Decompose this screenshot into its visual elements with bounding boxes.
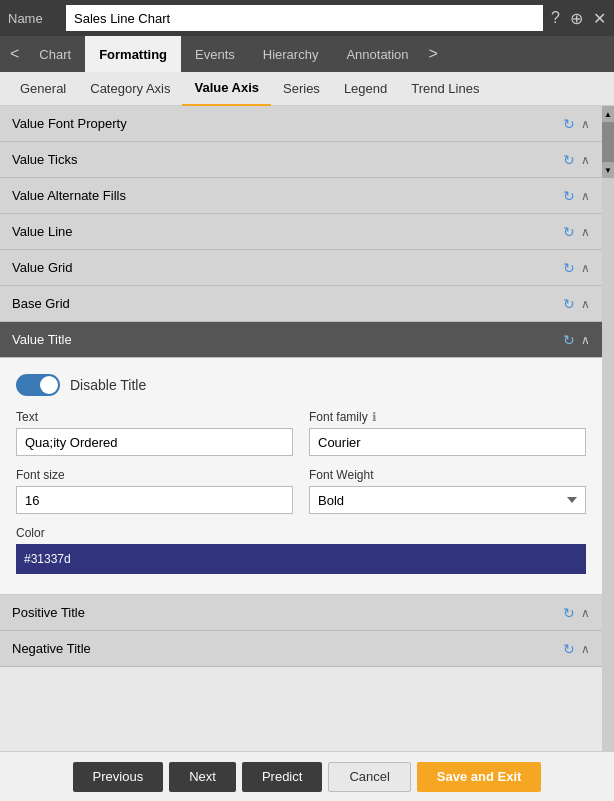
subtab-legend[interactable]: Legend [332,72,399,106]
color-value: #31337d [24,552,71,566]
subtab-trend-lines[interactable]: Trend Lines [399,72,491,106]
refresh-icon-0[interactable]: ↻ [563,116,575,132]
subtab-series[interactable]: Series [271,72,332,106]
predict-button[interactable]: Predict [242,762,322,792]
refresh-icon-3[interactable]: ↻ [563,224,575,240]
text-label: Text [16,410,293,424]
main-tab-nav: < Chart Formatting Events Hierarchy Anno… [0,36,614,72]
fontsize-fontweight-row: Font size Font Weight Normal Bold Bolder… [16,468,586,514]
disable-title-toggle[interactable] [16,374,60,396]
chart-title-input[interactable] [66,5,543,31]
font-weight-select[interactable]: Normal Bold Bolder Lighter [309,486,586,514]
chevron-icon-4[interactable]: ∧ [581,261,590,275]
font-family-group: Font family ℹ [309,410,586,456]
refresh-icon-1[interactable]: ↻ [563,152,575,168]
font-size-input[interactable] [16,486,293,514]
refresh-icon-2[interactable]: ↻ [563,188,575,204]
main-content: Value Font Property ↻ ∧ Value Ticks ↻ ∧ … [0,106,614,751]
color-swatch[interactable]: #31337d [16,544,586,574]
chevron-icon-3[interactable]: ∧ [581,225,590,239]
save-exit-button[interactable]: Save and Exit [417,762,542,792]
tab-formatting[interactable]: Formatting [85,36,181,72]
subtab-general[interactable]: General [8,72,78,106]
subtab-value-axis[interactable]: Value Axis [182,72,271,106]
chevron-icon-6[interactable]: ∧ [581,333,590,347]
section-value-font-property[interactable]: Value Font Property ↻ ∧ [0,106,602,142]
sub-tabs: General Category Axis Value Axis Series … [0,72,614,106]
tab-chart[interactable]: Chart [25,36,85,72]
section-negative-title[interactable]: Negative Title ↻ ∧ [0,631,602,667]
section-value-line[interactable]: Value Line ↻ ∧ [0,214,602,250]
color-group: Color #31337d [16,526,586,574]
scrollbar[interactable]: ▲ ▼ [602,106,614,751]
refresh-icon-4[interactable]: ↻ [563,260,575,276]
tab-hierarchy[interactable]: Hierarchy [249,36,333,72]
section-value-alternate-fills[interactable]: Value Alternate Fills ↻ ∧ [0,178,602,214]
chevron-icon-0[interactable]: ∧ [581,117,590,131]
font-weight-group: Font Weight Normal Bold Bolder Lighter [309,468,586,514]
footer: Previous Next Predict Cancel Save and Ex… [0,751,614,801]
section-value-grid[interactable]: Value Grid ↻ ∧ [0,250,602,286]
scrollbar-down[interactable]: ▼ [602,162,614,178]
tab-nav-left-arrow[interactable]: < [4,45,25,63]
tab-nav-right-arrow[interactable]: > [423,45,444,63]
font-weight-label: Font Weight [309,468,586,482]
title-icons: ? ⊕ ✕ [551,9,606,28]
name-label: Name [8,11,58,26]
refresh-icon-6[interactable]: ↻ [563,332,575,348]
text-group: Text [16,410,293,456]
section-value-title[interactable]: Value Title ↻ ∧ [0,322,602,358]
chevron-icon-1[interactable]: ∧ [581,153,590,167]
scroll-area[interactable]: Value Font Property ↻ ∧ Value Ticks ↻ ∧ … [0,106,602,751]
scrollbar-up[interactable]: ▲ [602,106,614,122]
section-positive-title[interactable]: Positive Title ↻ ∧ [0,595,602,631]
help-icon[interactable]: ? [551,9,560,28]
chevron-icon-7[interactable]: ∧ [581,606,590,620]
chevron-icon-8[interactable]: ∧ [581,642,590,656]
chevron-icon-5[interactable]: ∧ [581,297,590,311]
info-icon: ℹ [372,410,377,424]
text-input[interactable] [16,428,293,456]
font-family-input[interactable] [309,428,586,456]
tab-annotation[interactable]: Annotation [332,36,422,72]
close-icon[interactable]: ✕ [593,9,606,28]
tab-events[interactable]: Events [181,36,249,72]
subtab-category-axis[interactable]: Category Axis [78,72,182,106]
refresh-icon-7[interactable]: ↻ [563,605,575,621]
scrollbar-thumb[interactable] [602,122,614,162]
font-size-label: Font size [16,468,293,482]
move-icon[interactable]: ⊕ [570,9,583,28]
previous-button[interactable]: Previous [73,762,164,792]
text-fontfamily-row: Text Font family ℹ [16,410,586,456]
title-bar: Name ? ⊕ ✕ [0,0,614,36]
toggle-row: Disable Title [16,374,586,396]
disable-title-label: Disable Title [70,377,146,393]
next-button[interactable]: Next [169,762,236,792]
section-value-ticks[interactable]: Value Ticks ↻ ∧ [0,142,602,178]
value-title-expanded: Disable Title Text Font family ℹ [0,358,602,595]
font-size-group: Font size [16,468,293,514]
refresh-icon-5[interactable]: ↻ [563,296,575,312]
section-base-grid[interactable]: Base Grid ↻ ∧ [0,286,602,322]
refresh-icon-8[interactable]: ↻ [563,641,575,657]
cancel-button[interactable]: Cancel [328,762,410,792]
color-label: Color [16,526,586,540]
chevron-icon-2[interactable]: ∧ [581,189,590,203]
font-family-label: Font family ℹ [309,410,586,424]
